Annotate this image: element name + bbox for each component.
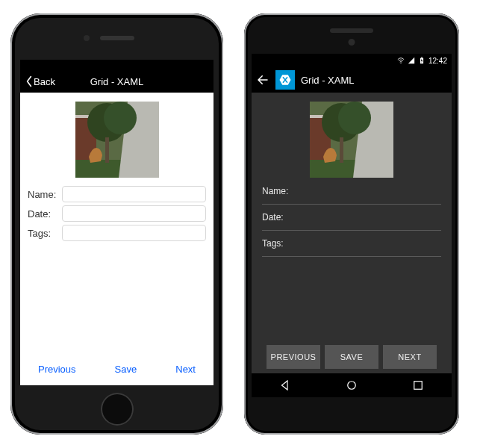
ios-screen: Back Grid - XAML bbox=[20, 60, 213, 385]
nav-recent-icon[interactable] bbox=[411, 379, 425, 392]
save-button[interactable]: SAVE bbox=[325, 345, 378, 369]
ios-nav-bar: Back Grid - XAML bbox=[20, 70, 213, 93]
date-input[interactable] bbox=[262, 230, 441, 231]
android-name-row: Name: bbox=[262, 186, 441, 205]
android-button-bar: PREVIOUS SAVE NEXT bbox=[262, 345, 441, 373]
svg-point-15 bbox=[338, 102, 371, 134]
android-device-frame: 12:42 Grid - XAML bbox=[244, 13, 459, 435]
iphone-home-button[interactable] bbox=[101, 393, 134, 426]
svg-point-17 bbox=[348, 382, 356, 390]
iphone-camera bbox=[84, 35, 90, 41]
svg-point-5 bbox=[104, 102, 137, 134]
save-button[interactable]: Save bbox=[115, 364, 137, 375]
ios-status-bar bbox=[20, 60, 213, 70]
nav-back-icon[interactable] bbox=[278, 379, 292, 392]
android-camera bbox=[349, 39, 355, 46]
android-speaker bbox=[330, 28, 373, 33]
svg-rect-9 bbox=[421, 57, 423, 57]
photo-image bbox=[310, 102, 393, 178]
date-label: Date: bbox=[262, 212, 441, 223]
next-button[interactable]: Next bbox=[175, 364, 196, 375]
android-screen: 12:42 Grid - XAML bbox=[252, 54, 452, 397]
android-page-title: Grid - XAML bbox=[301, 75, 355, 86]
ios-content: Name: Date: Tags: Previous Save Next bbox=[20, 93, 213, 385]
back-label: Back bbox=[34, 76, 55, 87]
ios-tags-row: Tags: bbox=[28, 225, 206, 241]
photo-image bbox=[75, 102, 159, 178]
svg-rect-6 bbox=[105, 137, 109, 163]
ios-toolbar: Previous Save Next bbox=[28, 356, 206, 385]
svg-point-7 bbox=[400, 63, 401, 63]
date-input[interactable] bbox=[62, 205, 206, 222]
arrow-left-icon bbox=[256, 73, 269, 87]
android-photo-container bbox=[262, 100, 441, 186]
signal-icon bbox=[408, 57, 415, 64]
tags-input[interactable] bbox=[62, 225, 206, 241]
date-label: Date: bbox=[28, 208, 62, 220]
ios-photo-container bbox=[28, 99, 206, 186]
android-content: Name: Date: Tags: PREVIOUS SAVE NEXT bbox=[252, 93, 452, 373]
tags-input[interactable] bbox=[262, 256, 441, 257]
android-status-bar: 12:42 bbox=[252, 54, 452, 67]
status-time: 12:42 bbox=[428, 57, 447, 65]
next-button[interactable]: NEXT bbox=[383, 345, 437, 369]
android-tags-row: Tags: bbox=[262, 238, 441, 257]
svg-rect-18 bbox=[414, 382, 423, 390]
ios-name-row: Name: bbox=[28, 186, 206, 202]
ios-date-row: Date: bbox=[28, 205, 206, 222]
previous-button[interactable]: PREVIOUS bbox=[267, 345, 320, 369]
xamarin-logo-icon bbox=[275, 70, 295, 90]
name-input[interactable] bbox=[262, 204, 441, 205]
nav-home-icon[interactable] bbox=[345, 379, 358, 392]
name-label: Name: bbox=[28, 189, 62, 200]
android-system-nav bbox=[252, 373, 452, 397]
chevron-left-icon bbox=[25, 75, 34, 87]
name-input[interactable] bbox=[62, 186, 206, 202]
wifi-icon bbox=[397, 57, 405, 64]
svg-rect-16 bbox=[340, 137, 343, 163]
android-date-row: Date: bbox=[262, 212, 441, 231]
tags-label: Tags: bbox=[262, 238, 441, 249]
previous-button[interactable]: Previous bbox=[38, 364, 76, 375]
battery-charging-icon bbox=[418, 57, 426, 64]
iphone-speaker bbox=[100, 36, 134, 40]
android-action-bar: Grid - XAML bbox=[252, 67, 452, 93]
back-button[interactable]: Back bbox=[20, 75, 55, 87]
name-label: Name: bbox=[262, 186, 441, 196]
back-button[interactable] bbox=[256, 73, 269, 87]
tags-label: Tags: bbox=[28, 228, 62, 239]
iphone-device-frame: Back Grid - XAML bbox=[10, 13, 223, 435]
